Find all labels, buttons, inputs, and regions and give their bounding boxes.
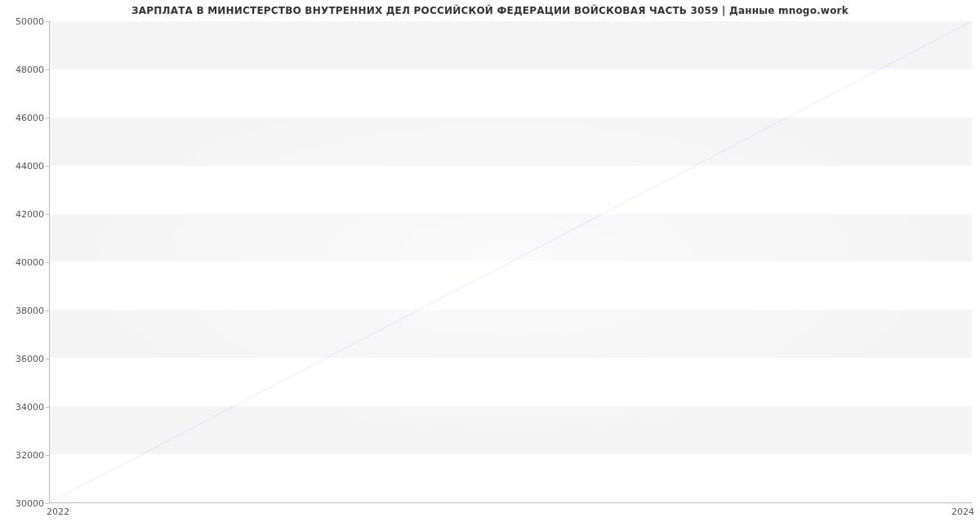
y-tick (46, 359, 49, 359)
y-tick-label: 42000 (3, 209, 44, 220)
plot-area (49, 21, 972, 503)
y-tick (46, 455, 49, 456)
y-tick (46, 503, 49, 504)
y-tick (46, 407, 49, 408)
line-series (50, 21, 972, 502)
data-line (50, 21, 972, 502)
y-tick-label: 30000 (3, 498, 44, 509)
y-tick (46, 21, 49, 22)
y-tick-label: 32000 (3, 450, 44, 461)
y-tick-label: 48000 (3, 65, 44, 75)
x-tick-label: 2024 (951, 506, 974, 517)
y-tick (46, 69, 49, 70)
y-tick-label: 50000 (3, 16, 44, 27)
y-tick (46, 166, 49, 167)
y-tick-label: 44000 (3, 161, 44, 172)
y-tick-label: 38000 (3, 306, 44, 316)
y-tick-label: 40000 (3, 257, 44, 268)
y-tick (46, 118, 49, 118)
x-tick-label: 2022 (47, 506, 69, 517)
y-tick (46, 310, 49, 311)
y-tick-label: 46000 (3, 113, 44, 123)
y-tick-label: 36000 (3, 354, 44, 364)
y-tick (46, 214, 49, 215)
chart-title: ЗАРПЛАТА В МИНИСТЕРСТВО ВНУТРЕННИХ ДЕЛ Р… (0, 5, 980, 16)
chart-container: ЗАРПЛАТА В МИНИСТЕРСТВО ВНУТРЕННИХ ДЕЛ Р… (0, 0, 980, 531)
y-tick-label: 34000 (3, 402, 44, 413)
y-tick (46, 262, 49, 263)
